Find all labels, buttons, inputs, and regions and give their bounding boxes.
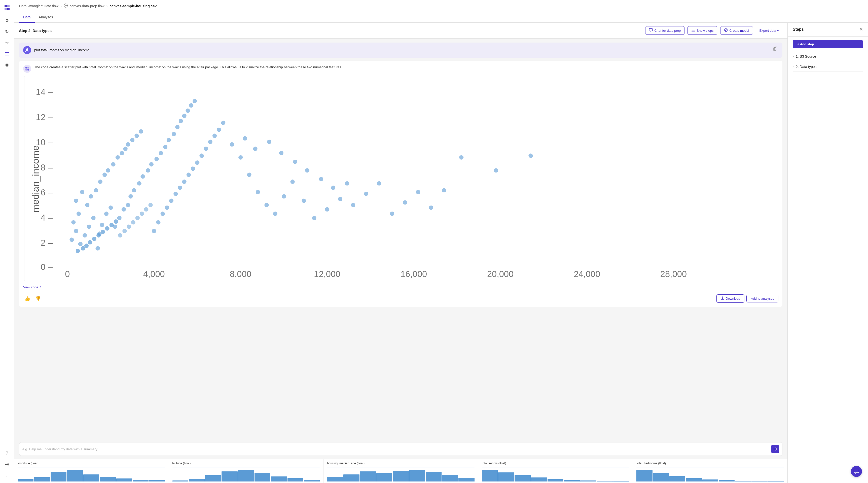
- mini-bar: [751, 481, 767, 482]
- refresh-icon[interactable]: ↻: [2, 27, 11, 36]
- svg-point-51: [80, 190, 84, 194]
- column-underline: [482, 466, 629, 467]
- svg-point-65: [134, 133, 139, 138]
- column-mini-chart: [327, 469, 474, 482]
- svg-point-145: [230, 142, 234, 147]
- mini-bar: [426, 472, 441, 482]
- svg-rect-15: [774, 48, 776, 51]
- svg-point-96: [187, 173, 191, 177]
- svg-point-88: [152, 229, 156, 233]
- svg-point-44: [91, 216, 95, 220]
- step-item[interactable]: ›1. S3 Source: [793, 52, 863, 61]
- svg-text:12,000: 12,000: [314, 269, 340, 279]
- chat-for-data-prep-button[interactable]: Chat for data prep: [645, 26, 684, 35]
- breadcrumb-middle[interactable]: canvas-data-prep.flow: [70, 4, 104, 8]
- svg-point-104: [221, 121, 225, 125]
- breadcrumb: Data Wrangler: Data flow › canvas-data-p…: [14, 0, 868, 12]
- svg-point-69: [122, 207, 126, 212]
- svg-point-147: [253, 147, 257, 151]
- svg-point-105: [75, 249, 80, 253]
- mini-bar: [205, 475, 221, 482]
- export-nav-icon[interactable]: ⇥: [2, 460, 11, 469]
- add-to-analyses-button[interactable]: Add to analyses: [746, 295, 778, 302]
- thumbs-down-button[interactable]: 👎: [34, 295, 42, 302]
- svg-point-39: [74, 229, 78, 233]
- tab-data[interactable]: Data: [19, 12, 35, 23]
- svg-point-83: [179, 119, 183, 123]
- svg-point-125: [256, 190, 260, 194]
- svg-point-92: [169, 199, 174, 203]
- svg-point-50: [74, 199, 78, 203]
- svg-point-116: [122, 229, 127, 233]
- step-title: Step 2. Data types: [19, 28, 642, 33]
- column-underline: [327, 466, 474, 467]
- expand-nav-icon[interactable]: ›: [2, 471, 11, 480]
- svg-point-136: [377, 181, 381, 186]
- question-icon[interactable]: ?: [2, 449, 11, 458]
- download-button[interactable]: Download: [716, 294, 745, 303]
- column-name: housing_median_age (float): [327, 461, 474, 465]
- export-data-button[interactable]: Export data ▾: [756, 27, 783, 34]
- show-steps-button[interactable]: Show steps: [687, 26, 717, 35]
- column-underline: [173, 466, 320, 467]
- chat-input[interactable]: [22, 447, 769, 451]
- close-steps-panel-button[interactable]: ✕: [859, 27, 863, 32]
- mini-bar: [221, 472, 238, 482]
- svg-point-63: [126, 142, 130, 147]
- svg-text:4 –: 4 –: [41, 213, 53, 222]
- svg-point-54: [89, 194, 93, 199]
- svg-point-139: [416, 190, 420, 194]
- svg-point-74: [141, 174, 145, 179]
- column-header: housing_median_age (float): [323, 459, 478, 483]
- tabs-bar: Data Analyses: [14, 12, 868, 23]
- breadcrumb-sep2: ›: [106, 4, 108, 8]
- ai-response-text: The code creates a scatter plot with 'to…: [34, 65, 342, 70]
- chat-bubble-corner-button[interactable]: [851, 466, 862, 477]
- svg-point-149: [279, 151, 283, 155]
- chat-input-row: [14, 439, 787, 459]
- step-label: 2. Data types: [796, 65, 817, 69]
- toggle-icon[interactable]: ⏺: [2, 60, 11, 69]
- settings-icon[interactable]: ⚙: [2, 16, 11, 25]
- send-button[interactable]: [771, 445, 779, 453]
- svg-rect-5: [5, 54, 9, 54]
- mini-bar: [304, 480, 320, 482]
- ai-avatar: [23, 65, 31, 73]
- mini-bar: [343, 475, 359, 482]
- scatter-plot: 0 – 2 – 4 – 6 – 8 – 10 – 12 – 14 – media…: [28, 79, 773, 279]
- tab-analyses[interactable]: Analyses: [35, 12, 57, 23]
- mini-bar: [376, 473, 392, 482]
- column-name: latitude (float): [173, 461, 320, 465]
- svg-point-72: [132, 188, 136, 192]
- svg-point-84: [182, 114, 187, 118]
- mini-bar: [189, 479, 205, 482]
- svg-point-75: [146, 168, 150, 173]
- user-message: plot total_rooms vs median_income: [19, 42, 782, 58]
- mini-bar: [287, 478, 303, 482]
- create-model-button[interactable]: Create model: [720, 26, 753, 35]
- svg-point-59: [111, 162, 115, 167]
- copy-message-button[interactable]: [772, 46, 778, 52]
- svg-point-99: [199, 154, 204, 158]
- svg-point-81: [172, 132, 176, 136]
- add-step-button[interactable]: + Add step: [793, 40, 863, 48]
- logo-icon[interactable]: [2, 3, 11, 12]
- svg-point-140: [429, 206, 433, 210]
- column-mini-chart: [18, 469, 165, 482]
- svg-point-91: [165, 206, 169, 210]
- svg-point-38: [69, 238, 74, 242]
- svg-point-133: [338, 197, 342, 201]
- thumbs-up-button[interactable]: 👍: [23, 295, 32, 302]
- svg-text:24,000: 24,000: [574, 269, 600, 279]
- breadcrumb-root[interactable]: Data Wrangler: Data flow: [19, 4, 58, 8]
- mini-bar: [133, 480, 149, 482]
- view-code-button[interactable]: View code ∧: [23, 285, 42, 289]
- list-icon[interactable]: [2, 49, 11, 58]
- svg-point-56: [98, 180, 102, 184]
- svg-point-55: [94, 188, 98, 192]
- mini-bar: [34, 477, 50, 482]
- asterisk-icon[interactable]: ✳: [2, 38, 11, 47]
- step-item[interactable]: ›2. Data types: [793, 62, 863, 71]
- svg-point-86: [189, 103, 193, 108]
- flow-icon: [64, 3, 68, 8]
